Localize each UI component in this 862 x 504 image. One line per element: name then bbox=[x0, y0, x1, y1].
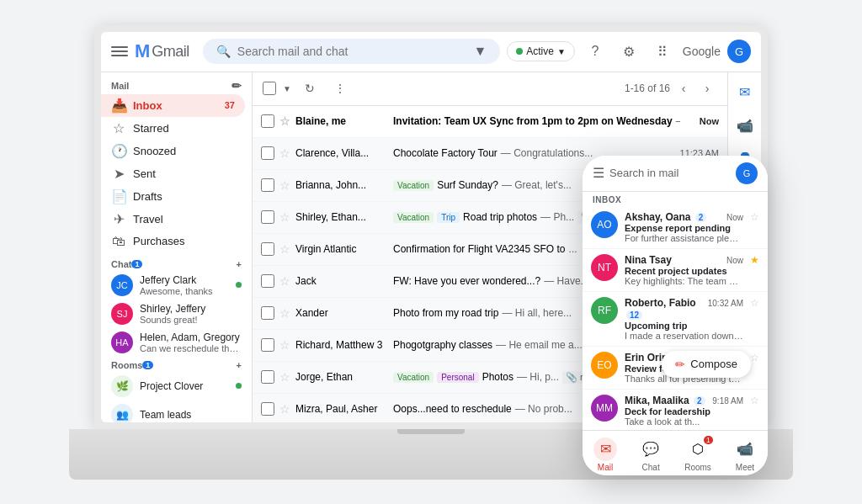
email-checkbox[interactable] bbox=[261, 210, 274, 224]
email-checkbox[interactable] bbox=[261, 402, 274, 416]
star-icon[interactable]: ☆ bbox=[279, 242, 290, 256]
chat-add-icon[interactable]: + bbox=[237, 259, 242, 269]
search-dropdown-icon[interactable]: ▼ bbox=[473, 44, 487, 59]
phone-email-item[interactable]: MM Mika, Maalika 2 9:18 AM Deck for lead… bbox=[583, 390, 768, 430]
chat-item-jeffery[interactable]: JC Jeffery Clark Awesome, thanks bbox=[101, 271, 252, 300]
phone-star-icon[interactable]: ☆ bbox=[750, 395, 759, 406]
page-info: 1-16 of 16 ‹ › bbox=[625, 78, 717, 98]
search-input[interactable] bbox=[237, 45, 467, 58]
phone-nav-rooms[interactable]: ⬡ 1 Rooms bbox=[684, 438, 711, 472]
page-numbers: 1-16 of 16 bbox=[625, 82, 670, 94]
email-subject: Invitation: Team UX Sync from 1pm to 2pm… bbox=[393, 115, 673, 127]
hamburger-menu-icon[interactable] bbox=[111, 46, 128, 56]
phone-email-content: Akshay, Oana 2 Now Expense report pendin… bbox=[625, 211, 743, 243]
phone-email-item[interactable]: NT Nina Tsay Now Recent project updates … bbox=[583, 249, 768, 292]
sidebar-item-starred[interactable]: ☆ Starred bbox=[101, 117, 245, 140]
refresh-icon[interactable]: ↻ bbox=[298, 77, 322, 100]
star-icon[interactable]: ☆ bbox=[279, 210, 290, 224]
email-checkbox[interactable] bbox=[261, 242, 274, 256]
star-icon[interactable]: ☆ bbox=[279, 338, 290, 352]
chat-item-shirley[interactable]: SJ Shirley, Jeffery Sounds great! bbox=[101, 300, 252, 328]
next-page-icon[interactable]: › bbox=[697, 78, 717, 98]
email-preview: — Ph... bbox=[540, 211, 574, 223]
purchases-label: Purchases bbox=[133, 235, 184, 247]
email-sender: Brianna, John... bbox=[295, 179, 388, 191]
email-checkbox[interactable] bbox=[261, 370, 274, 384]
gmail-topbar: M Gmail 🔍 ▼ Active ▼ bbox=[101, 32, 761, 72]
email-checkbox[interactable] bbox=[261, 178, 274, 192]
email-sender: Blaine, me bbox=[295, 115, 388, 127]
rooms-section-header: Rooms 1 + bbox=[101, 357, 252, 372]
select-dropdown-icon[interactable]: ▼ bbox=[283, 84, 291, 93]
apps-icon[interactable]: ⠿ bbox=[649, 38, 676, 65]
email-checkbox[interactable] bbox=[261, 146, 274, 160]
phone-nav-chat[interactable]: 💬 Chat bbox=[639, 438, 662, 472]
phone-nav-mail[interactable]: ✉ Mail bbox=[593, 438, 617, 472]
rooms-item-teamleads[interactable]: 👥 Team leads bbox=[101, 401, 252, 422]
email-sender: Shirley, Ethan... bbox=[295, 211, 388, 223]
sidebar-item-sent[interactable]: ➤ Sent bbox=[101, 162, 245, 185]
active-status-badge[interactable]: Active ▼ bbox=[507, 41, 575, 61]
prev-page-icon[interactable]: ‹ bbox=[673, 78, 694, 98]
email-sender: Mizra, Paul, Asher bbox=[295, 403, 388, 415]
phone-star-icon[interactable]: ☆ bbox=[750, 211, 759, 223]
compose-button[interactable]: ✏ Compose bbox=[662, 351, 751, 378]
email-checkbox[interactable] bbox=[261, 274, 274, 288]
gmail-wordmark: Gmail bbox=[152, 43, 189, 61]
phone-email-list: AO Akshay, Oana 2 Now Expense report pen… bbox=[583, 206, 768, 430]
phone-email-avatar: NT bbox=[591, 254, 618, 281]
phone-email-item[interactable]: RF Roberto, Fabio 12 10:32 AM Upcoming t… bbox=[583, 292, 768, 347]
email-subject: FW: Have you ever wondered...? bbox=[393, 275, 540, 287]
jeffery-name: Jeffery Clark bbox=[140, 274, 229, 286]
phone-topbar: ☰ Search in mail G bbox=[583, 156, 768, 192]
settings-icon[interactable]: ⚙ bbox=[615, 38, 642, 65]
email-sender: Jack bbox=[295, 275, 388, 287]
snoozed-icon: 🕐 bbox=[111, 143, 126, 159]
phone-star-icon[interactable]: ★ bbox=[750, 254, 759, 266]
star-icon[interactable]: ☆ bbox=[279, 402, 290, 416]
search-bar[interactable]: 🔍 ▼ bbox=[203, 39, 500, 64]
drafts-icon: 📄 bbox=[111, 188, 126, 204]
rooms-add-icon[interactable]: + bbox=[237, 360, 242, 370]
star-icon[interactable]: ☆ bbox=[279, 274, 290, 288]
sidebar-item-travel[interactable]: ✈ Travel bbox=[101, 208, 245, 231]
rooms-badge: 1 bbox=[142, 361, 153, 369]
right-panel-mail-icon[interactable]: ✉ bbox=[732, 79, 758, 106]
star-icon[interactable]: ☆ bbox=[279, 306, 290, 320]
sidebar-item-purchases[interactable]: 🛍 Purchases bbox=[101, 231, 245, 252]
phone-avatar[interactable]: G bbox=[736, 162, 758, 184]
email-checkbox[interactable] bbox=[261, 306, 274, 320]
phone-email-avatar: AO bbox=[591, 211, 618, 238]
email-checkbox[interactable] bbox=[261, 338, 274, 352]
phone-star-icon[interactable]: ☆ bbox=[750, 297, 759, 309]
mail-edit-icon[interactable]: ✏ bbox=[231, 79, 242, 93]
more-options-icon[interactable]: ⋮ bbox=[328, 77, 352, 100]
phone-star-icon[interactable]: ☆ bbox=[750, 352, 759, 363]
chat-item-helen[interactable]: HA Helen, Adam, Gregory Can we reschedul… bbox=[101, 328, 252, 357]
sidebar-item-snoozed[interactable]: 🕐 Snoozed bbox=[101, 140, 245, 162]
star-icon[interactable]: ☆ bbox=[279, 146, 290, 160]
email-checkbox[interactable] bbox=[261, 114, 274, 128]
right-panel-meet-icon[interactable]: 📹 bbox=[732, 113, 758, 140]
rooms-item-clover[interactable]: 🌿 Project Clover bbox=[101, 372, 252, 401]
email-list-toolbar: ▼ ↻ ⋮ 1-16 of 16 ‹ › bbox=[253, 72, 727, 106]
phone-hamburger-icon[interactable]: ☰ bbox=[593, 165, 604, 181]
phone-email-avatar: EO bbox=[591, 352, 618, 379]
select-all-checkbox[interactable] bbox=[263, 82, 276, 95]
chat-section-header: Chat 1 + bbox=[101, 256, 252, 271]
table-row[interactable]: ☆ Blaine, me Invitation: Team UX Sync fr… bbox=[253, 106, 727, 138]
email-tag-vacation: Vacation bbox=[393, 212, 434, 223]
phone-bottom-nav: ✉ Mail 💬 Chat ⬡ 1 Rooms 📹 Meet bbox=[583, 430, 768, 475]
sidebar-item-inbox[interactable]: 📥 Inbox 37 bbox=[101, 94, 245, 117]
star-icon[interactable]: ☆ bbox=[279, 114, 290, 128]
user-avatar[interactable]: G bbox=[727, 40, 751, 63]
star-icon[interactable]: ☆ bbox=[279, 178, 290, 192]
star-icon[interactable]: ☆ bbox=[279, 370, 290, 384]
email-preview: — No prob... bbox=[515, 403, 572, 415]
help-icon[interactable]: ? bbox=[582, 38, 609, 65]
phone-email-item[interactable]: AO Akshay, Oana 2 Now Expense report pen… bbox=[583, 206, 768, 249]
phone-email-content: Roberto, Fabio 12 10:32 AM Upcoming trip… bbox=[625, 297, 743, 341]
phone-email-time: Now bbox=[726, 213, 743, 222]
sidebar-item-drafts[interactable]: 📄 Drafts bbox=[101, 185, 245, 208]
phone-nav-meet[interactable]: 📹 Meet bbox=[733, 438, 757, 472]
